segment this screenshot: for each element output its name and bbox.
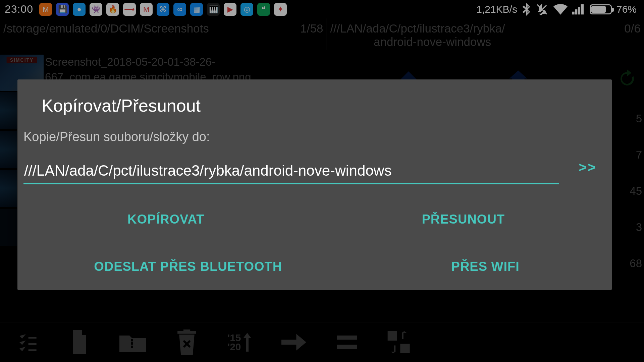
destination-path-input[interactable] bbox=[23, 160, 559, 184]
copy-button[interactable]: KOPÍROVAT bbox=[17, 196, 315, 243]
move-button[interactable]: PŘESUNOUT bbox=[315, 196, 612, 243]
send-wifi-button[interactable]: PŘES WIFI bbox=[359, 243, 612, 290]
copy-move-dialog: Kopírovat/Přesunout Kopie/Přesun souboru… bbox=[17, 79, 612, 290]
send-bluetooth-button[interactable]: ODESLAT PŘES BLUETOOTH bbox=[17, 243, 359, 290]
dialog-subtitle: Kopie/Přesun souboru/složky do: bbox=[17, 126, 612, 154]
dialog-title: Kopírovat/Přesunout bbox=[17, 79, 612, 126]
path-more-button[interactable]: >> bbox=[569, 154, 606, 184]
